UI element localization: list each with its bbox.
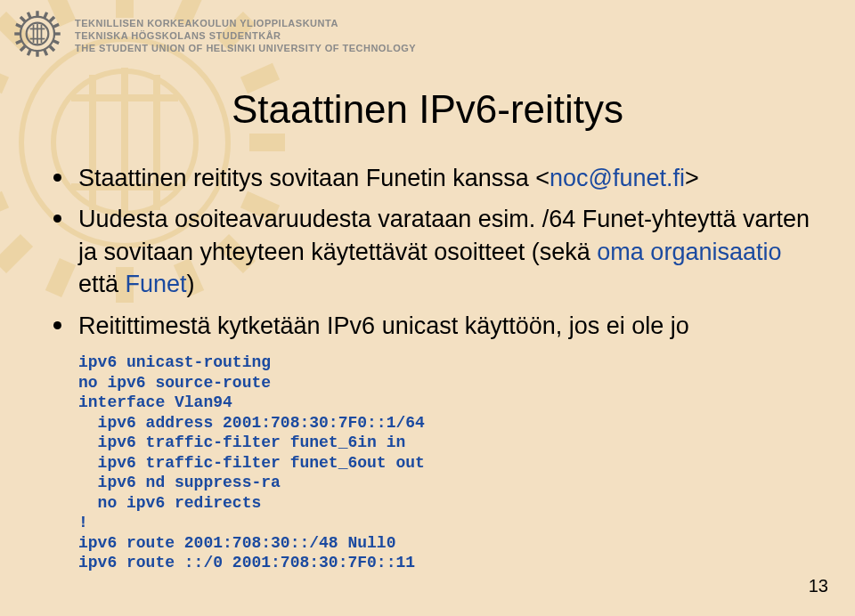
svg-line-32 — [50, 17, 54, 21]
university-logo — [12, 9, 62, 62]
header-line-2: TEKNISKA HÖGSKOLANS STUDENTKÅR — [75, 30, 416, 41]
bullet-1-post: > — [685, 165, 699, 191]
svg-line-38 — [16, 41, 21, 44]
svg-line-36 — [45, 50, 47, 55]
svg-line-35 — [28, 50, 30, 55]
svg-line-16 — [244, 71, 276, 85]
svg-line-40 — [53, 41, 59, 44]
svg-line-30 — [50, 46, 54, 51]
code-block: ipv6 unicast-routing no ipv6 source-rout… — [78, 353, 855, 573]
header-line-3: THE STUDENT UNION OF HELSINKI UNIVERSITY… — [75, 43, 416, 53]
bullet-list: Staattinen reititys sovitaan Funetin kan… — [53, 162, 819, 342]
header-text-block: TEKNILLISEN KORKEAKOULUN YLIOPPILASKUNTA… — [75, 18, 416, 53]
svg-line-39 — [53, 24, 59, 27]
header-line-1: TEKNILLISEN KORKEAKOULUN YLIOPPILASKUNTA — [75, 18, 416, 28]
bullet-2-mid: että — [78, 271, 126, 297]
svg-line-8 — [0, 240, 27, 267]
page-number: 13 — [809, 576, 828, 596]
bullet-3: Reitittimestä kytketään IPv6 unicast käy… — [53, 310, 819, 342]
svg-line-29 — [20, 17, 25, 21]
bullet-2-blue2: Funet — [126, 271, 187, 297]
svg-line-15 — [0, 199, 5, 214]
svg-line-14 — [0, 71, 5, 85]
bullet-1: Staattinen reititys sovitaan Funetin kan… — [53, 162, 819, 194]
bullet-2: Uudesta osoiteavaruudesta varataan esim.… — [53, 203, 819, 300]
svg-line-31 — [20, 46, 25, 51]
bullet-2-blue1: oma organisaatio — [597, 239, 781, 265]
bullet-1-link: noc@funet.fi — [550, 165, 685, 191]
slide-title: Staattinen IPv6-reititys — [0, 87, 855, 132]
bullet-1-pre: Staattinen reititys sovitaan Funetin kan… — [78, 165, 550, 191]
svg-line-33 — [28, 12, 30, 18]
svg-line-37 — [16, 24, 21, 27]
slide-header: TEKNILLISEN KORKEAKOULUN YLIOPPILASKUNTA… — [0, 0, 855, 69]
bullet-2-end: ) — [187, 271, 195, 297]
svg-line-34 — [45, 12, 47, 18]
